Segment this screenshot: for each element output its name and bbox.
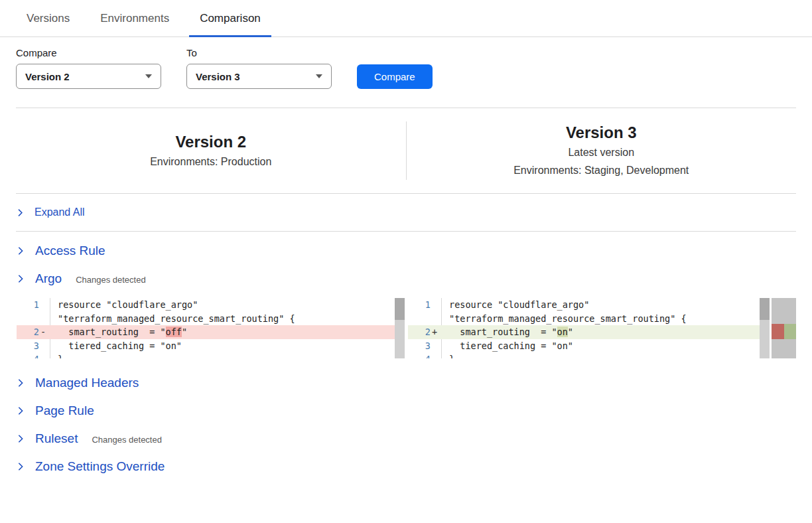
tab-versions[interactable]: Versions — [16, 0, 80, 37]
changes-detected-badge: Changes detected — [76, 273, 146, 285]
version-left-title: Version 2 — [16, 131, 406, 153]
diff-line-removed: 2- smart_routing = "off" — [17, 325, 395, 339]
chevron-right-icon — [16, 208, 25, 217]
sections-list: Access Rule Argo Changes detected 1resou… — [0, 232, 812, 507]
version-left-header: Version 2 Environments: Production — [16, 131, 406, 171]
section-label: Access Rule — [35, 244, 105, 258]
chevron-right-icon — [16, 462, 25, 471]
tab-comparison[interactable]: Comparison — [189, 0, 271, 37]
section-label: Zone Settings Override — [35, 459, 165, 474]
changes-detected-badge: Changes detected — [92, 433, 162, 445]
section-argo[interactable]: Argo Changes detected — [16, 265, 796, 293]
expand-all-link[interactable]: Expand All — [16, 194, 796, 231]
section-zone-settings-override[interactable]: Zone Settings Override — [16, 453, 796, 481]
chevron-right-icon — [16, 434, 25, 443]
ruler-removed-mark — [772, 324, 784, 339]
diff-right-code: 1resource "cloudflare_argo""terraform_ma… — [408, 298, 760, 358]
diff-line: "terraform_managed_resource_smart_routin… — [408, 312, 760, 326]
version-left-environments: Environments: Production — [16, 153, 406, 171]
compare-to-select[interactable]: Version 3 — [186, 64, 332, 89]
compare-button[interactable]: Compare — [357, 64, 433, 89]
tab-bar: Versions Environments Comparison — [0, 0, 812, 37]
chevron-down-icon — [145, 74, 152, 78]
section-ruleset[interactable]: Ruleset Changes detected — [16, 425, 796, 453]
chevron-right-icon — [16, 246, 25, 256]
expand-all-label: Expand All — [34, 206, 85, 218]
section-label: Argo — [35, 271, 62, 286]
chevron-right-icon — [16, 378, 25, 388]
chevron-right-icon — [16, 274, 25, 283]
diff-right-panel: 1resource "cloudflare_argo""terraform_ma… — [408, 298, 796, 358]
version-right-header: Version 3 Latest version Environments: S… — [407, 122, 797, 179]
argo-diff-viewer: 1resource "cloudflare_argo""terraform_ma… — [17, 298, 796, 358]
compare-from-value: Version 2 — [25, 71, 70, 82]
diff-line: 1resource "cloudflare_argo" — [17, 298, 395, 312]
diff-line-added: 2+ smart_routing = "on" — [408, 325, 760, 339]
compare-to-label: To — [186, 46, 332, 59]
scrollbar-thumb[interactable] — [395, 298, 405, 320]
compare-to-value: Version 3 — [196, 71, 240, 82]
section-label: Ruleset — [35, 431, 78, 446]
diff-line: 1resource "cloudflare_argo" — [408, 298, 760, 312]
chevron-down-icon — [316, 74, 322, 78]
diff-line: 3 tiered_caching = "on" — [408, 339, 760, 353]
section-label: Managed Headers — [35, 376, 139, 390]
diff-inline-change: off — [166, 327, 182, 337]
diff-left-scrollbar[interactable] — [395, 298, 405, 358]
tab-environments[interactable]: Environments — [90, 0, 180, 37]
compare-form: Compare Version 2 To Version 3 Compare — [0, 37, 812, 108]
compare-from-field: Compare Version 2 — [16, 46, 161, 89]
version-right-latest: Latest version — [407, 143, 797, 161]
diff-line: 4} — [408, 352, 760, 358]
diff-inline-change: on — [557, 327, 568, 337]
compare-from-select[interactable]: Version 2 — [16, 64, 161, 89]
diff-line: "terraform_managed_resource_smart_routin… — [17, 312, 395, 326]
ruler-added-mark — [784, 324, 797, 339]
section-managed-headers[interactable]: Managed Headers — [16, 369, 796, 397]
section-page-rule[interactable]: Page Rule — [16, 397, 796, 425]
compare-to-field: To Version 3 — [186, 46, 332, 89]
diff-right-scrollbar[interactable] — [760, 298, 770, 358]
version-right-environments: Environments: Staging, Development — [407, 161, 797, 179]
section-access-rule[interactable]: Access Rule — [16, 237, 796, 265]
compare-from-label: Compare — [16, 46, 161, 59]
scrollbar-thumb[interactable] — [760, 298, 770, 320]
diff-left-code: 1resource "cloudflare_argo""terraform_ma… — [17, 298, 395, 358]
diff-left-panel: 1resource "cloudflare_argo""terraform_ma… — [17, 298, 405, 358]
section-label: Page Rule — [35, 404, 94, 418]
version-right-title: Version 3 — [407, 122, 797, 143]
diff-overview-ruler — [772, 298, 796, 358]
diff-line: 4} — [17, 352, 395, 358]
chevron-right-icon — [16, 406, 25, 415]
diff-line: 3 tiered_caching = "on" — [17, 339, 395, 353]
version-headers: Version 2 Environments: Production Versi… — [0, 108, 812, 193]
